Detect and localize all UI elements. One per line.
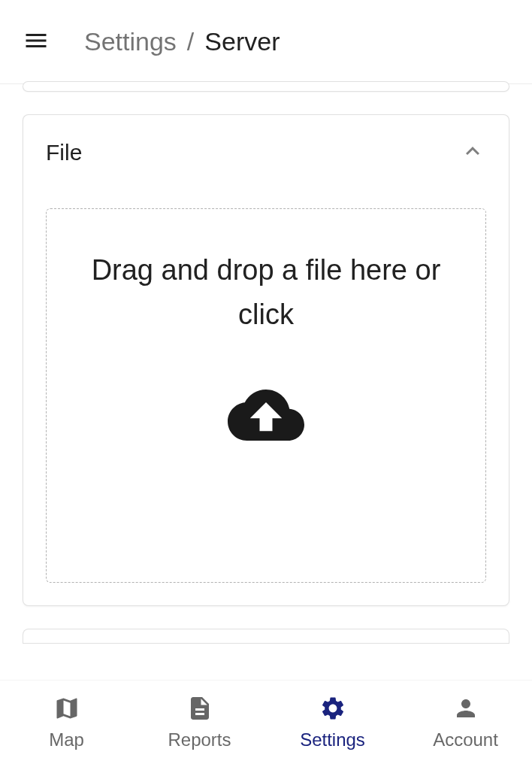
nav-label: Reports xyxy=(168,729,231,750)
nav-label: Account xyxy=(433,729,498,750)
app-header: Settings / Server xyxy=(0,0,532,84)
menu-button[interactable] xyxy=(18,24,54,60)
file-dropzone[interactable]: Drag and drop a file here or click xyxy=(46,208,486,583)
nav-label: Map xyxy=(49,729,84,750)
hamburger-icon xyxy=(23,27,50,57)
document-icon xyxy=(186,695,213,725)
bottom-navigation: Map Reports Settings Account xyxy=(0,680,532,764)
file-card: File Drag and drop a file here or click xyxy=(23,114,509,606)
file-card-header[interactable]: File xyxy=(46,138,486,168)
card-above-partial xyxy=(23,81,509,92)
person-icon xyxy=(452,695,479,725)
breadcrumb-current: Server xyxy=(204,27,280,56)
nav-item-reports[interactable]: Reports xyxy=(133,681,266,764)
file-card-title: File xyxy=(46,140,82,165)
map-icon xyxy=(53,695,80,725)
chevron-up-icon xyxy=(459,138,486,168)
breadcrumb-separator: / xyxy=(187,27,194,56)
page-content: File Drag and drop a file here or click xyxy=(0,81,532,644)
card-below-partial xyxy=(23,629,509,644)
nav-item-settings[interactable]: Settings xyxy=(266,681,399,764)
breadcrumb: Settings / Server xyxy=(84,27,280,56)
nav-item-account[interactable]: Account xyxy=(399,681,532,764)
dropzone-label: Drag and drop a file here or click xyxy=(62,248,470,337)
cloud-upload-icon xyxy=(228,390,304,444)
gear-icon xyxy=(319,695,346,725)
breadcrumb-parent[interactable]: Settings xyxy=(84,27,177,56)
nav-item-map[interactable]: Map xyxy=(0,681,133,764)
nav-label: Settings xyxy=(300,729,365,750)
